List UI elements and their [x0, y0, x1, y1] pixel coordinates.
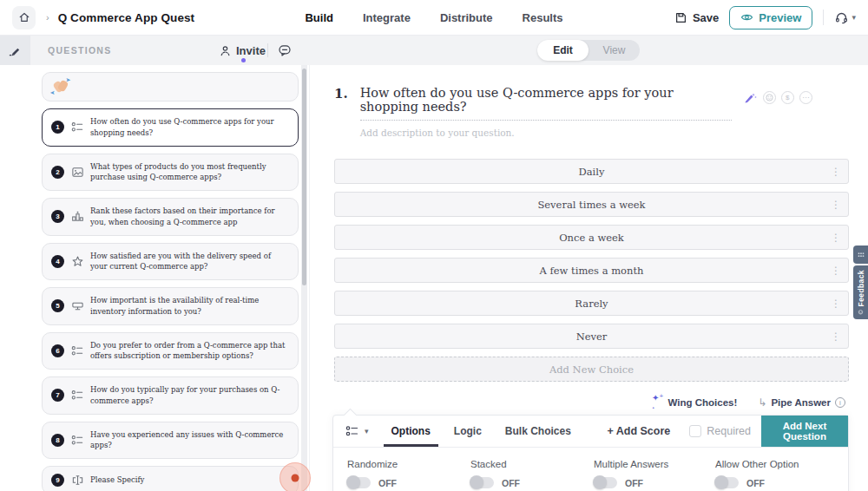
- question-list-item-8[interactable]: 8 Have you experienced any issues with Q…: [42, 422, 299, 460]
- feedback-drag-handle[interactable]: [853, 245, 868, 264]
- pipe-answer-button[interactable]: ↳ Pipe Answer i: [758, 397, 845, 408]
- view-toggle-button[interactable]: View: [589, 44, 640, 56]
- tab-logic[interactable]: Logic: [454, 416, 482, 447]
- required-checkbox-wrap[interactable]: Required: [689, 416, 751, 447]
- home-button[interactable]: [12, 6, 36, 29]
- choice-row-a-few-times-a-month[interactable]: A few times a month ⋮: [334, 258, 849, 283]
- tab-bulk-choices[interactable]: Bulk Choices: [505, 416, 571, 447]
- question-title-input[interactable]: How often do you use Q-commerce apps for…: [360, 86, 732, 121]
- question-list-item-2[interactable]: 2 What types of products do you most fre…: [42, 154, 299, 192]
- question-list-item-9[interactable]: 9 Please Specify: [42, 466, 299, 491]
- edit-toggle-button[interactable]: Edit: [537, 40, 589, 61]
- feedback-tab-button[interactable]: Feedback: [853, 265, 868, 319]
- choice-menu-icon[interactable]: ⋮: [831, 167, 841, 177]
- nav-tab-distribute[interactable]: Distribute: [440, 11, 493, 24]
- stacked-toggle[interactable]: [470, 477, 494, 488]
- add-score-button[interactable]: + Add Score: [607, 416, 670, 447]
- ai-rewrite-icon[interactable]: [742, 89, 758, 105]
- sub-bar: QUESTIONS Invite Edit View: [0, 36, 868, 65]
- welcome-card[interactable]: ➤ ➤: [42, 72, 299, 101]
- question-list-text: How do you typically pay for your purcha…: [90, 384, 289, 407]
- question-list-text: How important is the availability of rea…: [90, 295, 289, 318]
- choice-menu-icon[interactable]: ⋮: [831, 331, 841, 342]
- multiple-choice-icon: [70, 389, 84, 402]
- survey-title: Q Commerce App Quest: [58, 11, 195, 24]
- question-list-text: How often do you use Q-commerce apps for…: [90, 116, 289, 139]
- preview-button[interactable]: Preview: [729, 6, 812, 29]
- tab-options[interactable]: Options: [391, 416, 431, 447]
- choice-menu-icon[interactable]: ⋮: [831, 200, 841, 210]
- feedback-widget: Feedback: [853, 245, 868, 319]
- invite-person-icon: [219, 44, 232, 57]
- choice-menu-icon[interactable]: ⋮: [831, 298, 841, 309]
- add-new-choice-button[interactable]: Add New Choice: [334, 357, 849, 382]
- score-button[interactable]: $: [781, 91, 794, 104]
- allow-other-option-label: Allow Other Option: [715, 459, 838, 469]
- more-options-button[interactable]: ⋯: [799, 91, 812, 104]
- stacked-label: Stacked: [470, 459, 594, 469]
- randomize-label: Randomize: [347, 459, 470, 469]
- ellipsis-icon: ⋯: [802, 94, 809, 101]
- multiple-choice-icon: [345, 424, 359, 438]
- edit-mode-rail[interactable]: [0, 36, 30, 65]
- choice-row-rarely[interactable]: Rarely ⋮: [334, 291, 849, 316]
- choice-row-never[interactable]: Never ⋮: [334, 324, 849, 349]
- divider: [267, 43, 268, 57]
- question-settings-panel: ▾ Options Logic Bulk Choices + Add Score…: [332, 415, 849, 491]
- support-menu-button[interactable]: ▾: [834, 10, 856, 24]
- question-number-badge: 7: [51, 389, 64, 402]
- question-number-badge: 3: [51, 210, 64, 223]
- question-list-text: Please Specify: [90, 475, 289, 486]
- sparkle-icon: ✦⁺˖: [652, 394, 664, 411]
- emoji-button[interactable]: [763, 91, 776, 104]
- invite-button[interactable]: Invite: [219, 44, 266, 57]
- nav-tab-build[interactable]: Build: [305, 11, 333, 24]
- question-list-text: Have you experienced any issues with Q-c…: [90, 429, 289, 452]
- pipe-arrow-icon: ↳: [758, 397, 766, 408]
- required-checkbox[interactable]: [689, 425, 701, 437]
- question-list-text: Rank these factors based on their import…: [90, 206, 289, 228]
- allow-other-option-toggle[interactable]: [715, 477, 739, 488]
- add-next-question-button[interactable]: Add Next Question: [761, 416, 848, 447]
- multiple-choice-icon: [70, 434, 84, 447]
- choice-menu-icon[interactable]: ⋮: [831, 232, 841, 243]
- question-list-text: How satisfied are you with the delivery …: [90, 251, 289, 273]
- chevron-down-icon: ▾: [852, 13, 856, 22]
- comments-button[interactable]: [278, 43, 292, 57]
- multiple-answers-toggle[interactable]: [594, 477, 617, 488]
- question-description-input[interactable]: Add description to your question.: [360, 128, 732, 138]
- choice-row-several-times-a-week[interactable]: Several times a week ⋮: [334, 192, 849, 217]
- star-rating-icon: [70, 255, 84, 268]
- questions-heading: QUESTIONS: [48, 45, 112, 56]
- question-list-item-1[interactable]: 1 How often do you use Q-commerce apps f…: [42, 108, 299, 147]
- smiley-icon: [766, 94, 773, 101]
- question-number-badge: 4: [51, 255, 64, 268]
- rank-icon: [70, 210, 84, 223]
- question-list-item-3[interactable]: 3 Rank these factors based on their impo…: [42, 198, 299, 236]
- choice-list: Daily ⋮ Several times a week ⋮ Once a we…: [310, 138, 868, 382]
- question-list-item-4[interactable]: 4 How satisfied are you with the deliver…: [42, 243, 299, 281]
- main-nav: Build Integrate Distribute Results: [305, 11, 562, 24]
- save-button[interactable]: Save: [674, 11, 719, 24]
- question-list-item-7[interactable]: 7 How do you typically pay for your purc…: [42, 376, 299, 415]
- info-icon: i: [835, 397, 845, 408]
- question-list-text: Do you prefer to order from a Q-commerce…: [90, 340, 289, 363]
- wave-hands-icon: ➤ ➤: [53, 79, 69, 95]
- picture-choice-icon: [70, 166, 84, 179]
- question-list-item-6[interactable]: 6 Do you prefer to order from a Q-commer…: [42, 332, 299, 370]
- question-list-item-5[interactable]: 5 How important is the availability of r…: [42, 287, 299, 325]
- pencil-icon: [9, 44, 22, 57]
- question-number: 1.: [334, 86, 348, 101]
- choice-row-once-a-week[interactable]: Once a week ⋮: [334, 225, 849, 250]
- choice-menu-icon[interactable]: ⋮: [831, 265, 841, 276]
- question-number-badge: 1: [51, 121, 64, 134]
- nav-tab-integrate[interactable]: Integrate: [363, 11, 411, 24]
- invite-notification-dot: [241, 58, 246, 62]
- nav-tab-results[interactable]: Results: [523, 11, 563, 24]
- sidebar-scrollbar-thumb[interactable]: [302, 69, 306, 285]
- wing-choices-button[interactable]: ✦⁺˖ Wing Choices!: [652, 394, 737, 411]
- randomize-toggle[interactable]: [347, 477, 371, 488]
- chevron-down-icon: ▾: [365, 427, 369, 435]
- breadcrumb-chevron-icon: ›: [46, 12, 49, 23]
- choice-row-daily[interactable]: Daily ⋮: [334, 159, 849, 184]
